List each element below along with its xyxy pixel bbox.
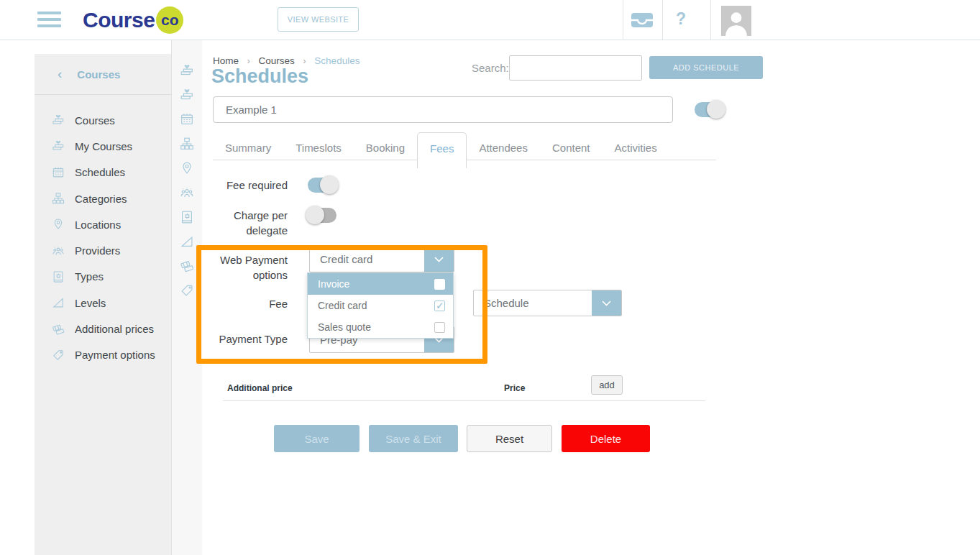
- tab-content[interactable]: Content: [540, 134, 603, 162]
- hamburger-menu-icon[interactable]: [37, 12, 61, 28]
- tab-timeslots[interactable]: Timeslots: [283, 134, 354, 162]
- sidebar-item-label: Types: [75, 270, 104, 283]
- categories-icon[interactable]: [179, 136, 195, 152]
- add-price-button[interactable]: add: [591, 375, 623, 395]
- search-label: Search:: [472, 62, 509, 74]
- courses-icon[interactable]: [179, 63, 195, 78]
- additional-price-column-header: Additional price: [227, 383, 293, 393]
- sidebar-item-levels[interactable]: Levels: [35, 290, 171, 316]
- my-courses-icon[interactable]: [179, 87, 195, 103]
- payment-options-icon: [51, 348, 65, 362]
- toggle-knob: [707, 100, 725, 119]
- schedule-name-input[interactable]: [213, 96, 673, 123]
- sidebar-item-payment-options[interactable]: Payment options: [35, 342, 171, 368]
- sidebar-item-label: Locations: [75, 219, 121, 231]
- sidebar-item-schedules[interactable]: Schedules: [35, 160, 171, 185]
- chevron-down-icon[interactable]: [424, 247, 454, 272]
- sidebar-item-label: Payment options: [75, 349, 155, 361]
- add-schedule-button[interactable]: ADD SCHEDULE: [649, 56, 763, 79]
- my-courses-icon: [51, 139, 65, 153]
- web-payment-options-label: Web Payment options: [213, 252, 288, 283]
- locations-icon: [51, 217, 65, 231]
- tab-attendees[interactable]: Attendees: [467, 134, 540, 162]
- logo[interactable]: Course co: [83, 6, 183, 35]
- dropdown-option-sales-quote[interactable]: Sales quote: [308, 316, 453, 338]
- price-column-header: Price: [504, 383, 525, 393]
- sidebar-header[interactable]: ‹ Courses: [35, 54, 171, 95]
- sidebar-item-label: Categories: [75, 193, 127, 205]
- invoice-checkbox[interactable]: [434, 279, 445, 290]
- tab-activities[interactable]: Activities: [603, 134, 669, 162]
- fee-required-toggle[interactable]: [308, 178, 336, 193]
- payment-type-label: Payment Type: [213, 331, 288, 347]
- delete-button[interactable]: Delete: [562, 425, 650, 452]
- courses-icon: [51, 113, 65, 127]
- sidebar-item-categories[interactable]: Categories: [35, 185, 171, 211]
- dropdown-option-credit-card[interactable]: Credit card: [308, 295, 453, 316]
- reset-button[interactable]: Reset: [467, 425, 552, 452]
- sidebar-header-label: Courses: [77, 68, 120, 81]
- logo-badge: co: [156, 6, 183, 34]
- back-chevron-icon[interactable]: ‹: [58, 66, 62, 82]
- additional-prices-icon[interactable]: [179, 258, 195, 274]
- levels-icon[interactable]: [179, 234, 195, 249]
- help-icon[interactable]: ?: [676, 9, 686, 29]
- save-button[interactable]: Save: [274, 425, 360, 452]
- fee-schedule-select[interactable]: Schedule: [473, 290, 622, 316]
- page-title: Schedules: [211, 65, 308, 88]
- chevron-down-icon[interactable]: [592, 290, 621, 316]
- schedules-icon: [51, 165, 65, 180]
- toggle-knob: [306, 206, 324, 224]
- sidebar-item-providers[interactable]: Providers: [35, 237, 171, 263]
- web-payment-options-select[interactable]: Credit card: [309, 246, 454, 272]
- sidebar-item-label: Additional prices: [75, 323, 154, 335]
- tab-booking[interactable]: Booking: [354, 134, 417, 162]
- topbar-divider: [623, 0, 623, 40]
- view-website-button[interactable]: VIEW WEBSITE: [278, 7, 359, 32]
- avatar[interactable]: [721, 6, 751, 36]
- tab-fees[interactable]: Fees: [417, 132, 467, 168]
- inbox-icon[interactable]: [631, 12, 654, 28]
- tab-bar: Summary Timeslots Booking Fees Attendees…: [213, 134, 669, 168]
- dropdown-option-invoice[interactable]: Invoice: [308, 273, 453, 295]
- charge-per-delegate-label: Charge per delegate: [213, 208, 288, 238]
- web-payment-options-value: Credit card: [310, 253, 424, 265]
- credit-card-checkbox[interactable]: [434, 301, 445, 311]
- web-payment-options-dropdown: Invoice Credit card Sales quote: [307, 272, 454, 339]
- sidebar-item-courses[interactable]: Courses: [35, 107, 171, 133]
- tab-summary[interactable]: Summary: [213, 134, 283, 162]
- breadcrumb-separator: ›: [303, 56, 306, 66]
- breadcrumb-home[interactable]: Home: [213, 55, 239, 66]
- fee-schedule-value: Schedule: [474, 297, 592, 309]
- save-exit-button[interactable]: Save & Exit: [369, 425, 458, 452]
- sidebar: ‹ Courses Courses My Courses Schedules C…: [35, 54, 171, 555]
- schedules-icon[interactable]: [179, 111, 195, 127]
- providers-icon[interactable]: [179, 185, 195, 201]
- sidebar-item-label: My Courses: [75, 140, 132, 152]
- additional-prices-icon: [51, 322, 65, 336]
- types-icon: [51, 270, 65, 284]
- sidebar-item-types[interactable]: Types: [35, 264, 171, 290]
- schedule-active-toggle[interactable]: [695, 102, 723, 117]
- toggle-knob: [320, 175, 339, 194]
- breadcrumb-courses[interactable]: Courses: [259, 55, 295, 66]
- sidebar-item-additional-prices[interactable]: Additional prices: [35, 316, 171, 341]
- providers-icon: [51, 244, 65, 258]
- top-bar: Course co VIEW WEBSITE ?: [0, 0, 980, 40]
- person-icon: [721, 6, 751, 36]
- types-icon[interactable]: [179, 209, 195, 225]
- icon-rail: [171, 40, 202, 555]
- sales-quote-checkbox[interactable]: [434, 322, 445, 333]
- breadcrumb-separator: ›: [247, 56, 250, 66]
- sidebar-item-locations[interactable]: Locations: [35, 211, 171, 237]
- sidebar-items: Courses My Courses Schedules Categories …: [35, 95, 171, 368]
- locations-icon[interactable]: [179, 160, 195, 176]
- sidebar-item-my-courses[interactable]: My Courses: [35, 133, 171, 159]
- topbar-divider: [710, 0, 711, 40]
- fee-label: Fee: [213, 296, 288, 311]
- fee-required-label: Fee required: [213, 178, 288, 193]
- search-input[interactable]: [509, 55, 642, 81]
- breadcrumb: Home › Courses › Schedules: [213, 55, 360, 66]
- payment-options-icon[interactable]: [179, 283, 195, 298]
- charge-per-delegate-toggle[interactable]: [308, 208, 336, 223]
